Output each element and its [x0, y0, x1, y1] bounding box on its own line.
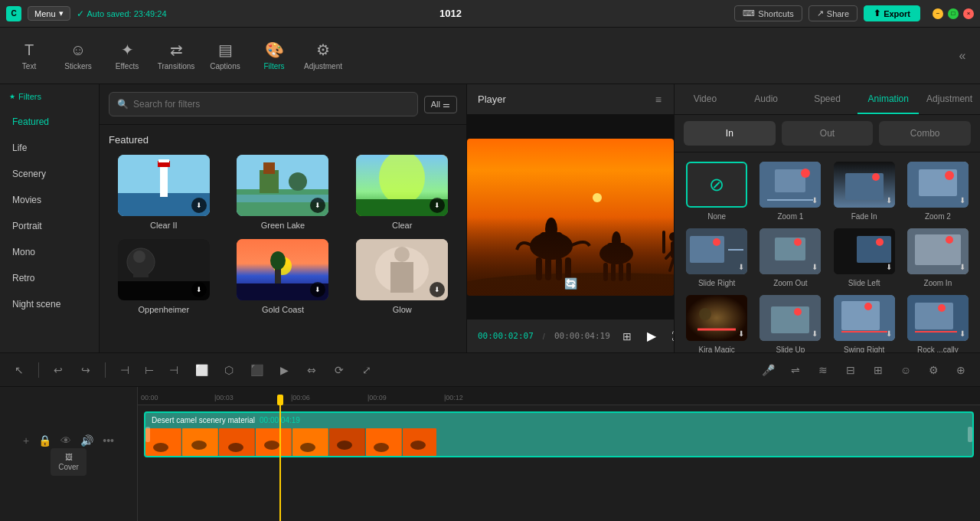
track-left-handle[interactable]: [145, 427, 150, 442]
tool-captions[interactable]: ▤ Captions: [202, 33, 248, 79]
anim-name-slideright: Slide Right: [698, 279, 735, 287]
anim-card-rockcally[interactable]: ⬇ Rock ...cally: [905, 295, 971, 352]
anim-card-slideright[interactable]: ⬇ Slide Right: [684, 228, 750, 287]
play-button[interactable]: ▶: [644, 326, 659, 346]
svg-point-62: [801, 169, 810, 178]
track-add-button[interactable]: +: [21, 433, 31, 448]
multi-track-button[interactable]: ≋: [812, 359, 835, 382]
filter-card-goldcoast[interactable]: ⬇ Gold Coast: [228, 239, 338, 314]
track-more-button[interactable]: •••: [101, 433, 116, 448]
tool-adjustment[interactable]: ⚙ Adjustment: [300, 33, 346, 79]
track-right-handle[interactable]: [968, 427, 972, 442]
play-from-here-button[interactable]: ▶: [273, 359, 296, 382]
subtab-in[interactable]: In: [684, 121, 776, 146]
emoji-button[interactable]: ☺: [894, 359, 917, 382]
anim-card-slideup[interactable]: ⬇ Slide Up: [757, 295, 823, 352]
anim-name-zoom1: Zoom 1: [777, 212, 803, 221]
sep1: [38, 362, 39, 378]
filter-card-oppenheimer[interactable]: ⬇ Oppenheimer: [109, 239, 219, 314]
close-button[interactable]: ×: [963, 8, 974, 19]
sidebar-item-featured[interactable]: Featured: [0, 109, 99, 135]
track-audio-button[interactable]: 🔊: [79, 433, 95, 448]
cursor-tool-button[interactable]: ↖: [8, 359, 31, 382]
anim-card-slideleft[interactable]: ⬇ Slide Left: [831, 228, 897, 287]
all-filter-button[interactable]: All ⚌: [424, 96, 457, 113]
anim-card-zoomout[interactable]: ⬇ Zoom Out: [757, 228, 823, 287]
filter-card-glow[interactable]: ⬇ Glow: [347, 239, 457, 314]
tab-video[interactable]: Video: [675, 84, 736, 114]
sidebar-item-mono[interactable]: Mono: [0, 239, 99, 265]
detach-button[interactable]: ⊟: [839, 359, 862, 382]
grid-view-button[interactable]: ⊞: [619, 327, 635, 346]
shortcuts-button[interactable]: ⌨ Shortcuts: [734, 5, 802, 21]
minimize-button[interactable]: −: [933, 8, 943, 19]
crop-button[interactable]: ⬛: [245, 359, 268, 382]
search-input-wrap[interactable]: 🔍: [109, 92, 418, 116]
tool-filters[interactable]: 🎨 Filters: [251, 33, 297, 79]
sidebar-item-life[interactable]: Life: [0, 135, 99, 161]
tool-stickers[interactable]: ☺ Stickers: [55, 33, 101, 79]
anim-card-none[interactable]: ⊘ None: [684, 162, 750, 221]
sidebar-item-movies[interactable]: Movies: [0, 187, 99, 213]
check-icon: ✓: [77, 8, 84, 19]
mask-button[interactable]: ⬡: [217, 359, 240, 382]
video-track[interactable]: Desert camel scenery material 00:00:04:1…: [144, 411, 974, 457]
track-visible-button[interactable]: 👁: [59, 433, 73, 448]
split-left-button[interactable]: ⊢: [138, 359, 161, 382]
toolbar-collapse[interactable]: «: [951, 49, 974, 63]
filter-card-greenlake[interactable]: ⬇ Green Lake: [228, 155, 338, 230]
rotate-button[interactable]: ⟳: [328, 359, 351, 382]
anim-card-swingright[interactable]: ⬇ Swing Right: [831, 295, 897, 352]
split2-button[interactable]: ⊞: [867, 359, 890, 382]
search-input[interactable]: [133, 99, 410, 110]
playhead: [279, 405, 281, 521]
tool-effects[interactable]: ✦ Effects: [104, 33, 150, 79]
undo-button[interactable]: ↩: [47, 359, 70, 382]
anim-name-swingright: Swing Right: [844, 346, 884, 352]
delete-button[interactable]: ⬜: [190, 359, 213, 382]
split-button[interactable]: ⊣: [113, 359, 136, 382]
player-menu-icon[interactable]: ≡: [655, 93, 663, 106]
share-button[interactable]: ↗ Share: [808, 5, 858, 21]
filter-panel: 🔍 All ⚌ Featured: [100, 84, 467, 352]
download-badge-clearII: ⬇: [191, 198, 207, 213]
cover-button[interactable]: 🖼 Cover: [51, 448, 87, 476]
seek-icon[interactable]: 🔄: [564, 277, 577, 290]
anim-card-zoom2[interactable]: ⬇ Zoom 2: [905, 162, 971, 221]
tool-transitions[interactable]: ⇄ Transitions: [153, 33, 199, 79]
tab-animation[interactable]: Animation: [858, 84, 919, 114]
filter-categories: Featured Life Scenery Movies Portrait Mo…: [0, 109, 99, 317]
tool-text[interactable]: T Text: [6, 33, 52, 79]
logo: C: [6, 6, 21, 21]
maximize-button[interactable]: □: [948, 8, 959, 19]
flip-h-button[interactable]: ⇔: [300, 359, 323, 382]
mic-button[interactable]: 🎤: [756, 359, 779, 382]
transform-button[interactable]: ⤢: [355, 359, 378, 382]
split-right-button[interactable]: ⊣: [162, 359, 185, 382]
sidebar-item-portrait[interactable]: Portrait: [0, 213, 99, 239]
link-button[interactable]: ⇌: [784, 359, 807, 382]
anim-thumb-swingright: ⬇: [834, 295, 895, 341]
tab-speed[interactable]: Speed: [797, 84, 858, 114]
redo-button[interactable]: ↪: [74, 359, 97, 382]
filter-card-clearII[interactable]: ⬇ Clear II: [109, 155, 219, 230]
anim-card-fadein[interactable]: ⬇ Fade In: [831, 162, 897, 221]
tab-audio[interactable]: Audio: [736, 84, 797, 114]
anim-thumb-kiramagic: ⬇: [686, 295, 747, 341]
anim-card-zoomin[interactable]: ⬇ Zoom In: [905, 228, 971, 287]
sidebar-item-retro[interactable]: Retro: [0, 265, 99, 291]
search-bar: 🔍 All ⚌: [100, 84, 466, 125]
export-button[interactable]: ⬆ Export: [864, 5, 920, 21]
subtab-combo[interactable]: Combo: [879, 121, 971, 146]
subtab-out[interactable]: Out: [782, 121, 874, 146]
anim-card-kiramagic[interactable]: ⬇ Kira Magic: [684, 295, 750, 352]
track-lock-button[interactable]: 🔒: [37, 433, 53, 448]
menu-button[interactable]: Menu ▾: [28, 6, 70, 21]
add-button[interactable]: ⊕: [949, 359, 972, 382]
sidebar-item-scenery[interactable]: Scenery: [0, 161, 99, 187]
tab-adjustment[interactable]: Adjustment: [919, 84, 980, 114]
anim-card-zoom1[interactable]: ⬇ Zoom 1: [757, 162, 823, 221]
sidebar-item-night[interactable]: Night scene: [0, 291, 99, 317]
settings-button[interactable]: ⚙: [922, 359, 945, 382]
filter-card-clear[interactable]: ⬇ Clear: [347, 155, 457, 230]
